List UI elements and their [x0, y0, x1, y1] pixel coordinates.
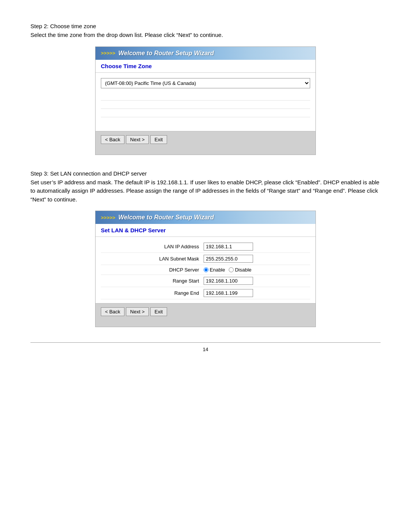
- dhcp-radio-group: Enable Disable: [204, 267, 308, 273]
- empty-row-4: [101, 117, 310, 126]
- dhcp-enable-text: Enable: [210, 267, 225, 273]
- step2-back-button[interactable]: < Back: [101, 135, 124, 144]
- step2-heading: Step 2: Choose time zone: [30, 23, 381, 29]
- step3-wizard-content: LAN IP Address LAN Subnet Mask DHCP Serv…: [96, 237, 315, 303]
- step3-back-button[interactable]: < Back: [101, 307, 124, 316]
- lan-ip-label: LAN IP Address: [101, 241, 201, 253]
- timezone-select[interactable]: (GMT-08:00) Pacific Time (US & Canada) (…: [101, 78, 310, 88]
- dhcp-disable-label[interactable]: Disable: [229, 267, 251, 273]
- dhcp-enable-label[interactable]: Enable: [204, 267, 225, 273]
- step3-exit-button[interactable]: Exit: [150, 307, 167, 316]
- range-end-value-cell: [201, 287, 310, 299]
- wizard-header-step3: >>>>> Welcome to Router Setup Wizard: [96, 211, 315, 224]
- dhcp-label: DHCP Server: [101, 265, 201, 275]
- lan-mask-value-cell: [201, 253, 310, 265]
- page-divider: [30, 342, 381, 343]
- step3-wizard: >>>>> Welcome to Router Setup Wizard Set…: [95, 211, 316, 327]
- step2-wizard: >>>>> Welcome to Router Setup Wizard Cho…: [95, 46, 316, 155]
- table-row: LAN Subnet Mask: [101, 253, 310, 265]
- step3-next-button[interactable]: Next >: [126, 307, 149, 316]
- empty-row-3: [101, 109, 310, 117]
- step3-wizard-footer: < Back Next > Exit: [96, 303, 315, 320]
- step3-heading: Step 3: Set LAN connection and DHCP serv…: [30, 170, 381, 177]
- step2-exit-button[interactable]: Exit: [150, 135, 167, 144]
- empty-row-1: [101, 92, 310, 101]
- lan-ip-value-cell: [201, 241, 310, 253]
- lan-ip-input[interactable]: [204, 243, 253, 251]
- section-title-step3: Set LAN & DHCP Server: [96, 224, 315, 237]
- range-start-input[interactable]: [204, 277, 253, 285]
- table-row: Range End: [101, 287, 310, 299]
- section-title-step2: Choose Time Zone: [96, 60, 315, 73]
- lan-mask-label: LAN Subnet Mask: [101, 253, 201, 265]
- step2-description: Select the time zone from the drop down …: [30, 31, 381, 40]
- header-title-step3: Welcome to Router Setup Wizard: [118, 214, 214, 221]
- table-row: DHCP Server Enable Disable: [101, 265, 310, 275]
- lan-mask-input[interactable]: [204, 255, 253, 263]
- step2-next-button[interactable]: Next >: [126, 135, 149, 144]
- header-title-step2: Welcome to Router Setup Wizard: [118, 50, 214, 57]
- range-end-input[interactable]: [204, 289, 253, 297]
- range-start-value-cell: [201, 275, 310, 287]
- step2-wizard-content: (GMT-08:00) Pacific Time (US & Canada) (…: [96, 73, 315, 131]
- page-number: 14: [30, 347, 381, 352]
- table-row: Range Start: [101, 275, 310, 287]
- wizard-header-step2: >>>>> Welcome to Router Setup Wizard: [96, 47, 315, 60]
- range-start-label: Range Start: [101, 275, 201, 287]
- dhcp-enable-radio[interactable]: [204, 267, 209, 272]
- step3-description: Set user’s IP address and mask. The defa…: [30, 178, 381, 204]
- lan-form-table: LAN IP Address LAN Subnet Mask DHCP Serv…: [101, 241, 310, 299]
- header-arrows-step2: >>>>>: [101, 50, 115, 56]
- step2-wizard-footer: < Back Next > Exit: [96, 131, 315, 148]
- dhcp-disable-radio[interactable]: [229, 267, 234, 272]
- step2-footer-pad: [96, 148, 315, 155]
- range-end-label: Range End: [101, 287, 201, 299]
- header-arrows-step3: >>>>>: [101, 215, 115, 220]
- empty-row-2: [101, 101, 310, 109]
- step3-footer-pad: [96, 320, 315, 327]
- table-row: LAN IP Address: [101, 241, 310, 253]
- dhcp-radio-cell: Enable Disable: [201, 265, 310, 275]
- dhcp-disable-text: Disable: [235, 267, 251, 273]
